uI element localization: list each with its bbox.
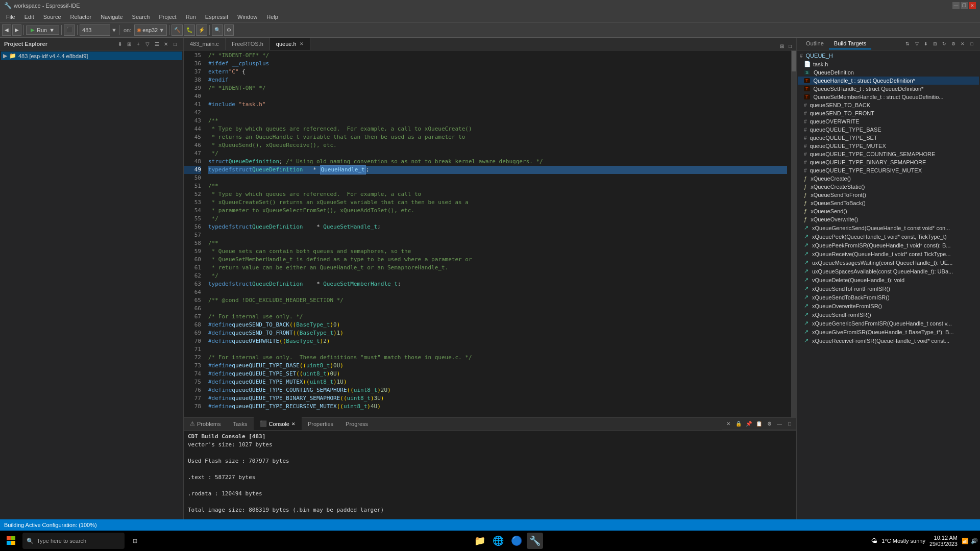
close-button[interactable]: ✕ <box>969 2 976 9</box>
outline-item-overwrite[interactable]: # queueOVERWRITE <box>798 117 979 126</box>
outline-item-type-recursive[interactable]: # queueQUEUE_TYPE_RECURSIVE_MUTEX <box>798 166 979 174</box>
tab-properties[interactable]: Properties <box>302 417 339 430</box>
menu-help[interactable]: Help <box>262 13 282 21</box>
outline-maximize-button[interactable]: □ <box>968 40 976 48</box>
run-button[interactable]: ▶ Run ▼ <box>26 26 59 35</box>
tab-tasks[interactable]: Tasks <box>227 417 253 430</box>
config-input[interactable] <box>80 24 110 36</box>
menu-espressif[interactable]: Espressif <box>201 13 232 21</box>
tab-console-close[interactable]: ✕ <box>291 421 296 427</box>
outline-item-xreceiveISR[interactable]: ↗ xQueueReceiveFromISR(QueueHandle_t voi… <box>798 336 979 345</box>
outline-item-xoverwrite[interactable]: ƒ xQueueOverwrite() <box>798 215 979 223</box>
outline-item-xsendtoback[interactable]: ƒ xQueueSendToBack() <box>798 199 979 207</box>
menu-edit[interactable]: Edit <box>20 13 38 21</box>
minimize-button[interactable]: — <box>952 2 960 9</box>
editor-scrollbar[interactable] <box>791 51 796 417</box>
outline-item-uxmessages[interactable]: ↗ uxQueueMessagesWaiting(const QueueHand… <box>798 258 979 267</box>
menu-search[interactable]: Search <box>128 13 154 21</box>
outline-item-xsendtofront[interactable]: ƒ xQueueSendToFront() <box>798 191 979 199</box>
editor-scrollbar-thumb[interactable] <box>792 51 796 71</box>
menu-source[interactable]: Source <box>39 13 65 21</box>
outline-sort-button[interactable]: ⇅ <box>903 40 912 48</box>
menu-navigate[interactable]: Navigate <box>96 13 127 21</box>
menu-file[interactable]: File <box>2 13 19 21</box>
tab-outline[interactable]: Outline <box>801 38 829 49</box>
outline-item-xsend[interactable]: ƒ xQueueSend() <box>798 207 979 215</box>
code-content[interactable]: /* *INDENT-OFF* */ #ifdef __cplusplus ex… <box>204 51 791 417</box>
outline-item-type-mutex[interactable]: # queueQUEUE_TYPE_MUTEX <box>798 142 979 150</box>
outline-item-queue-h[interactable]: # QUEUE_H <box>798 52 979 60</box>
project-root-item[interactable]: ▶ 📁 483 [esp-idf v4.4.4 e8bdaf9] <box>1 52 182 60</box>
outline-item-send-front[interactable]: # queueSEND_TO_FRONT <box>798 109 979 117</box>
editor-split-button[interactable]: ⊞ <box>778 42 786 50</box>
outline-item-type-set[interactable]: # queueQUEUE_TYPE_SET <box>798 134 979 142</box>
outline-item-xreceive[interactable]: ↗ xQueueReceive(QueueHandle_t void* cons… <box>798 249 979 258</box>
outline-item-type-base[interactable]: # queueQUEUE_TYPE_BASE <box>798 126 979 134</box>
console-settings-button[interactable]: ⚙ <box>765 419 774 429</box>
maximize-button[interactable]: ❐ <box>961 2 968 9</box>
console-maximize-button[interactable]: □ <box>785 419 794 429</box>
editor-maximize-button[interactable]: □ <box>786 42 794 50</box>
collapse-all-button[interactable]: ⬇ <box>116 40 124 48</box>
menu-project[interactable]: Project <box>155 13 180 21</box>
search-taskbar-button[interactable]: 🔍 Type here to search <box>22 533 125 549</box>
outline-item-xgenericsend[interactable]: ↗ xQueueGenericSend(QueueHandle_t const … <box>798 223 979 232</box>
outline-settings-button[interactable]: ⚙ <box>949 40 958 48</box>
start-button[interactable] <box>2 532 20 550</box>
outline-item-type-counting[interactable]: # queueQUEUE_TYPE_COUNTING_SEMAPHORE <box>798 150 979 158</box>
outline-item-queuehandle-t[interactable]: T QueueHandle_t : struct QueueDefinition… <box>798 77 979 85</box>
outline-item-queue-def[interactable]: S QueueDefinition <box>798 68 979 77</box>
outline-sync-button[interactable]: ↻ <box>940 40 948 48</box>
tab-problems[interactable]: ⚠ Problems <box>184 417 227 430</box>
console-scroll-lock-button[interactable]: 🔒 <box>734 419 743 429</box>
settings-button[interactable]: ⚙ <box>224 24 234 36</box>
chrome-button[interactable]: 🌐 <box>490 533 506 549</box>
outline-item-xsendtobackISR[interactable]: ↗ xQueueSendToBackFromISR() <box>798 293 979 302</box>
target-selector[interactable]: ◉ esp32 ▼ <box>134 24 167 36</box>
forward-button[interactable]: ▶ <box>12 24 21 36</box>
outline-filter-button[interactable]: ▽ <box>913 40 921 48</box>
outline-link-button[interactable]: ⊞ <box>931 40 939 48</box>
outline-item-xpeekfromISR[interactable]: ↗ xQueuePeekFromISR(QueueHandle_t void* … <box>798 241 979 249</box>
outline-item-vdelete[interactable]: ↗ vQueueDelete(QueueHandle_t): void <box>798 276 979 284</box>
tab-build-targets[interactable]: Build Targets <box>829 38 871 49</box>
menu-window[interactable]: Window <box>233 13 261 21</box>
outline-item-xsendtofrontISR[interactable]: ↗ xQueueSendToFrontFromISR() <box>798 284 979 293</box>
stop-button[interactable]: ⬛ <box>64 24 75 36</box>
outline-item-task-h[interactable]: 📄 task.h <box>798 60 979 68</box>
tab-queue-h[interactable]: queue.h ✕ <box>270 38 310 50</box>
outline-item-xsendISR[interactable]: ↗ xQueueSendFromISR() <box>798 310 979 319</box>
outline-item-type-binary[interactable]: # queueQUEUE_TYPE_BINARY_SEMAPHORE <box>798 158 979 166</box>
view-menu-button[interactable]: ☰ <box>153 40 161 48</box>
menu-refactor[interactable]: Refactor <box>66 13 96 21</box>
menu-run[interactable]: Run <box>182 13 200 21</box>
back-button[interactable]: ◀ <box>2 24 11 36</box>
maximize-explorer-button[interactable]: □ <box>171 40 179 48</box>
outline-item-queuesetmemberhandle-t[interactable]: T QueueSetMemberHandle_t : struct QueueD… <box>798 93 979 101</box>
ide-button[interactable]: 🔧 <box>527 533 543 549</box>
outline-item-xgenericsendISR[interactable]: ↗ xQueueGenericSendFromISR(QueueHandle_t… <box>798 319 979 328</box>
search-button[interactable]: 🔍 <box>212 24 223 36</box>
edge-button[interactable]: 🔵 <box>508 533 525 549</box>
new-button[interactable]: + <box>134 40 142 48</box>
link-editor-button[interactable]: ⊞ <box>125 40 133 48</box>
tab-freertos[interactable]: FreeRTOS.h <box>226 38 270 50</box>
console-copy-button[interactable]: 📋 <box>754 419 764 429</box>
tab-483-main[interactable]: 483_main.c <box>184 38 226 50</box>
outline-item-xoverwriteISR[interactable]: ↗ xQueueOverwriteFromISR() <box>798 302 979 310</box>
build-button[interactable]: 🔨 <box>172 24 183 36</box>
outline-item-send-back[interactable]: # queueSEND_TO_BACK <box>798 101 979 109</box>
close-explorer-button[interactable]: ✕ <box>162 40 170 48</box>
outline-item-xgivefromISR[interactable]: ↗ xQueueGiveFromISR(QueueHandle_t BaseTy… <box>798 328 979 336</box>
outline-item-xpeek[interactable]: ↗ xQueuePeek(QueueHandle_t void* const, … <box>798 232 979 241</box>
task-view-button[interactable]: ⊞ <box>127 533 143 549</box>
debug-button[interactable]: 🐛 <box>184 24 195 36</box>
tab-progress[interactable]: Progress <box>339 417 374 430</box>
outline-item-uxspaces[interactable]: ↗ uxQueueSpacesAvailable(const QueueHand… <box>798 267 979 276</box>
flash-button[interactable]: ⚡ <box>196 24 207 36</box>
file-explorer-button[interactable]: 📁 <box>472 533 488 549</box>
outline-item-xcreatestatic[interactable]: ƒ xQueueCreateStatic() <box>798 183 979 191</box>
outline-close-button[interactable]: ✕ <box>959 40 967 48</box>
tab-queue-h-close[interactable]: ✕ <box>300 41 304 46</box>
console-pin-button[interactable]: 📌 <box>744 419 753 429</box>
